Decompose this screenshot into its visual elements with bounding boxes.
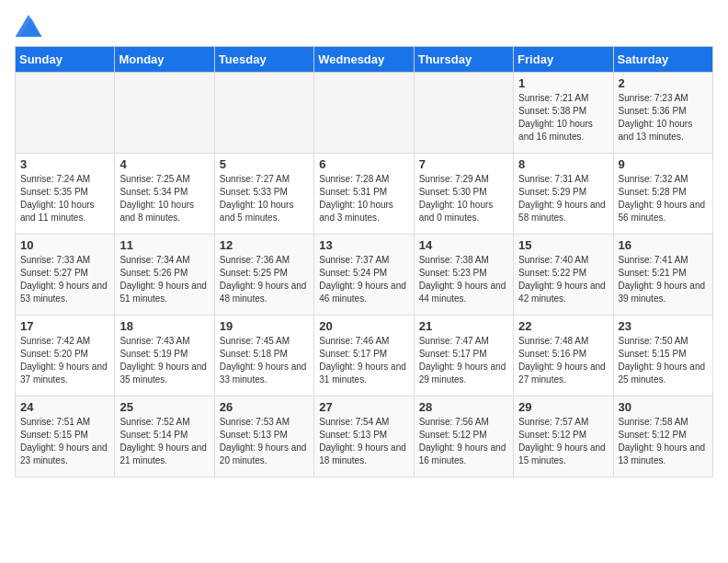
day-number: 26 xyxy=(220,400,309,414)
day-number: 16 xyxy=(619,238,708,252)
day-number: 25 xyxy=(119,400,209,414)
calendar-cell: 12Sunrise: 7:36 AMSunset: 5:25 PMDayligh… xyxy=(214,235,313,316)
day-info: Sunrise: 7:54 AMSunset: 5:13 PMDaylight:… xyxy=(319,416,408,467)
calendar-cell: 5Sunrise: 7:27 AMSunset: 5:33 PMDaylight… xyxy=(214,154,313,235)
weekday-header-saturday: Saturday xyxy=(613,47,712,73)
calendar-cell: 4Sunrise: 7:25 AMSunset: 5:34 PMDaylight… xyxy=(115,154,214,235)
calendar-cell: 21Sunrise: 7:47 AMSunset: 5:17 PMDayligh… xyxy=(414,316,513,396)
day-info: Sunrise: 7:23 AMSunset: 5:36 PMDaylight:… xyxy=(619,92,708,144)
calendar-cell: 11Sunrise: 7:34 AMSunset: 5:26 PMDayligh… xyxy=(115,235,214,316)
day-info: Sunrise: 7:27 AMSunset: 5:33 PMDaylight:… xyxy=(220,173,309,224)
calendar-cell: 25Sunrise: 7:52 AMSunset: 5:14 PMDayligh… xyxy=(115,396,214,477)
day-number: 24 xyxy=(20,400,109,414)
calendar-cell: 1Sunrise: 7:21 AMSunset: 5:38 PMDaylight… xyxy=(514,73,613,154)
day-info: Sunrise: 7:38 AMSunset: 5:23 PMDaylight:… xyxy=(419,254,508,305)
calendar-cell: 17Sunrise: 7:42 AMSunset: 5:20 PMDayligh… xyxy=(16,316,115,396)
day-info: Sunrise: 7:43 AMSunset: 5:19 PMDaylight:… xyxy=(119,335,209,386)
calendar-week-5: 24Sunrise: 7:51 AMSunset: 5:15 PMDayligh… xyxy=(16,396,713,477)
calendar-cell: 14Sunrise: 7:38 AMSunset: 5:23 PMDayligh… xyxy=(414,235,513,316)
day-info: Sunrise: 7:58 AMSunset: 5:12 PMDaylight:… xyxy=(619,416,708,467)
day-number: 22 xyxy=(518,319,608,333)
calendar-cell: 9Sunrise: 7:32 AMSunset: 5:28 PMDaylight… xyxy=(613,154,712,235)
day-number: 27 xyxy=(319,400,408,414)
day-info: Sunrise: 7:32 AMSunset: 5:28 PMDaylight:… xyxy=(619,173,708,224)
day-number: 3 xyxy=(20,157,109,171)
weekday-header-monday: Monday xyxy=(115,47,214,73)
day-info: Sunrise: 7:42 AMSunset: 5:20 PMDaylight:… xyxy=(20,335,109,386)
day-number: 23 xyxy=(619,319,708,333)
calendar-week-1: 1Sunrise: 7:21 AMSunset: 5:38 PMDaylight… xyxy=(16,73,713,154)
calendar-cell: 3Sunrise: 7:24 AMSunset: 5:35 PMDaylight… xyxy=(16,154,115,235)
calendar-cell: 16Sunrise: 7:41 AMSunset: 5:21 PMDayligh… xyxy=(613,235,712,316)
day-info: Sunrise: 7:53 AMSunset: 5:13 PMDaylight:… xyxy=(220,416,309,467)
day-number: 21 xyxy=(419,319,508,333)
day-number: 6 xyxy=(319,157,408,171)
day-info: Sunrise: 7:56 AMSunset: 5:12 PMDaylight:… xyxy=(419,416,508,467)
day-info: Sunrise: 7:31 AMSunset: 5:29 PMDaylight:… xyxy=(518,173,608,224)
calendar-cell xyxy=(214,73,313,154)
calendar-cell: 20Sunrise: 7:46 AMSunset: 5:17 PMDayligh… xyxy=(314,316,414,396)
day-info: Sunrise: 7:36 AMSunset: 5:25 PMDaylight:… xyxy=(220,254,309,305)
calendar-week-2: 3Sunrise: 7:24 AMSunset: 5:35 PMDaylight… xyxy=(16,154,713,235)
day-info: Sunrise: 7:25 AMSunset: 5:34 PMDaylight:… xyxy=(119,173,209,224)
logo-icon xyxy=(15,15,42,37)
day-info: Sunrise: 7:21 AMSunset: 5:38 PMDaylight:… xyxy=(518,92,608,144)
day-number: 9 xyxy=(619,157,708,171)
page-header xyxy=(15,15,713,37)
calendar-cell: 10Sunrise: 7:33 AMSunset: 5:27 PMDayligh… xyxy=(16,235,115,316)
calendar-cell: 6Sunrise: 7:28 AMSunset: 5:31 PMDaylight… xyxy=(314,154,414,235)
day-number: 30 xyxy=(619,400,708,414)
day-info: Sunrise: 7:28 AMSunset: 5:31 PMDaylight:… xyxy=(319,173,408,224)
day-info: Sunrise: 7:48 AMSunset: 5:16 PMDaylight:… xyxy=(518,335,608,386)
day-number: 19 xyxy=(220,319,309,333)
logo xyxy=(15,15,44,37)
day-number: 28 xyxy=(419,400,508,414)
day-number: 2 xyxy=(619,76,708,90)
calendar-cell: 27Sunrise: 7:54 AMSunset: 5:13 PMDayligh… xyxy=(314,396,414,477)
weekday-header-tuesday: Tuesday xyxy=(214,47,313,73)
day-number: 18 xyxy=(119,319,209,333)
day-info: Sunrise: 7:47 AMSunset: 5:17 PMDaylight:… xyxy=(419,335,508,386)
weekday-header-sunday: Sunday xyxy=(16,47,115,73)
day-info: Sunrise: 7:46 AMSunset: 5:17 PMDaylight:… xyxy=(319,335,408,386)
day-info: Sunrise: 7:57 AMSunset: 5:12 PMDaylight:… xyxy=(518,416,608,467)
day-info: Sunrise: 7:52 AMSunset: 5:14 PMDaylight:… xyxy=(119,416,209,467)
calendar-cell: 22Sunrise: 7:48 AMSunset: 5:16 PMDayligh… xyxy=(514,316,613,396)
calendar-cell: 15Sunrise: 7:40 AMSunset: 5:22 PMDayligh… xyxy=(514,235,613,316)
day-info: Sunrise: 7:40 AMSunset: 5:22 PMDaylight:… xyxy=(518,254,608,305)
weekday-header-wednesday: Wednesday xyxy=(314,47,414,73)
day-info: Sunrise: 7:41 AMSunset: 5:21 PMDaylight:… xyxy=(619,254,708,305)
day-number: 4 xyxy=(119,157,209,171)
day-number: 10 xyxy=(20,238,109,252)
weekday-header-friday: Friday xyxy=(514,47,613,73)
day-number: 17 xyxy=(20,319,109,333)
day-info: Sunrise: 7:51 AMSunset: 5:15 PMDaylight:… xyxy=(20,416,109,467)
calendar-cell xyxy=(16,73,115,154)
calendar-cell xyxy=(115,73,214,154)
calendar-table: SundayMondayTuesdayWednesdayThursdayFrid… xyxy=(15,46,713,477)
day-info: Sunrise: 7:33 AMSunset: 5:27 PMDaylight:… xyxy=(20,254,109,305)
day-number: 5 xyxy=(220,157,309,171)
day-info: Sunrise: 7:45 AMSunset: 5:18 PMDaylight:… xyxy=(220,335,309,386)
day-info: Sunrise: 7:50 AMSunset: 5:15 PMDaylight:… xyxy=(619,335,708,386)
day-number: 12 xyxy=(220,238,309,252)
calendar-cell: 24Sunrise: 7:51 AMSunset: 5:15 PMDayligh… xyxy=(16,396,115,477)
calendar-cell: 13Sunrise: 7:37 AMSunset: 5:24 PMDayligh… xyxy=(314,235,414,316)
day-number: 7 xyxy=(419,157,508,171)
day-number: 8 xyxy=(518,157,608,171)
calendar-cell xyxy=(414,73,513,154)
day-number: 15 xyxy=(518,238,608,252)
day-number: 29 xyxy=(518,400,608,414)
calendar-cell: 18Sunrise: 7:43 AMSunset: 5:19 PMDayligh… xyxy=(115,316,214,396)
day-number: 14 xyxy=(419,238,508,252)
day-info: Sunrise: 7:24 AMSunset: 5:35 PMDaylight:… xyxy=(20,173,109,224)
day-info: Sunrise: 7:34 AMSunset: 5:26 PMDaylight:… xyxy=(119,254,209,305)
calendar-week-4: 17Sunrise: 7:42 AMSunset: 5:20 PMDayligh… xyxy=(16,316,713,396)
day-info: Sunrise: 7:29 AMSunset: 5:30 PMDaylight:… xyxy=(419,173,508,224)
day-number: 13 xyxy=(319,238,408,252)
calendar-cell: 19Sunrise: 7:45 AMSunset: 5:18 PMDayligh… xyxy=(214,316,313,396)
weekday-header-thursday: Thursday xyxy=(414,47,513,73)
calendar-cell: 26Sunrise: 7:53 AMSunset: 5:13 PMDayligh… xyxy=(214,396,313,477)
calendar-cell: 2Sunrise: 7:23 AMSunset: 5:36 PMDaylight… xyxy=(613,73,712,154)
calendar-cell: 7Sunrise: 7:29 AMSunset: 5:30 PMDaylight… xyxy=(414,154,513,235)
